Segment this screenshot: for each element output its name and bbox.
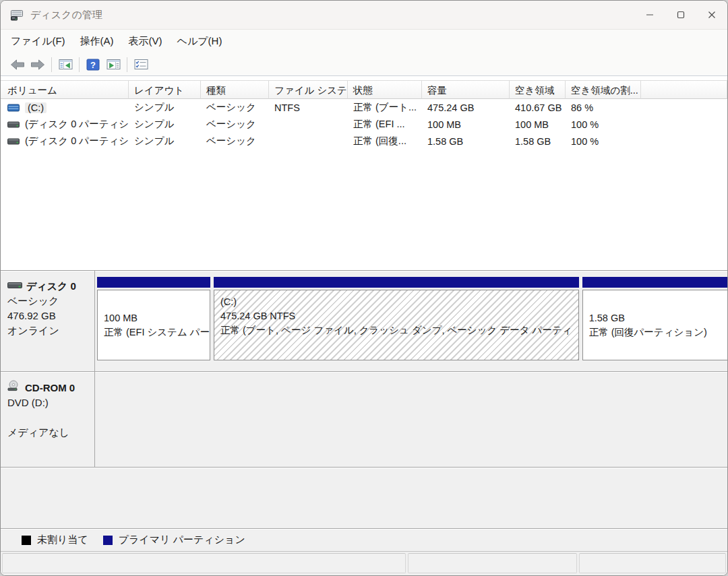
disk-0-name: ディスク 0 — [26, 279, 76, 294]
column-header-free-space[interactable]: 空き領域 — [510, 80, 566, 99]
disk-0-label-panel[interactable]: ディスク 0 ベーシック 476.92 GB オンライン — [1, 271, 95, 371]
disk-management-window: ディスクの管理 ファイル(F) 操作(A) 表示(V) ヘルプ(H) — [0, 0, 728, 576]
volume-row-efi[interactable]: (ディスク 0 パーティシ... シンプル ベーシック 正常 (EFI ... … — [1, 116, 727, 133]
graphical-view-panel: ディスク 0 ベーシック 476.92 GB オンライン 100 MB 正常 (… — [1, 270, 727, 528]
volume-type: ベーシック — [201, 101, 269, 114]
volume-free: 410.67 GB — [510, 102, 566, 113]
volume-layout: シンプル — [129, 135, 201, 148]
volume-type: ベーシック — [201, 118, 269, 131]
cdrom-0-label-panel[interactable]: CD-ROM 0 DVD (D:) メディアなし — [1, 372, 95, 467]
menu-view[interactable]: 表示(V) — [121, 32, 170, 51]
volume-list-panel: ボリューム レイアウト 種類 ファイル システム 状態 容量 空き領域 空き領域… — [1, 76, 727, 270]
partition-c-selected[interactable]: (C:) 475.24 GB NTFS 正常 (ブート, ページ ファイル, ク… — [214, 277, 579, 360]
status-panel — [408, 553, 577, 573]
partition-efi[interactable]: 100 MB 正常 (EFI システム パー — [97, 277, 210, 360]
partition-name: (C:) — [220, 295, 572, 309]
minimize-button[interactable] — [634, 1, 665, 29]
column-header-type[interactable]: 種類 — [201, 80, 269, 99]
graph-panel-empty-area — [1, 468, 727, 528]
legend-unallocated-swatch — [22, 536, 31, 545]
volume-name: (ディスク 0 パーティシ... — [25, 118, 129, 131]
volume-capacity: 1.58 GB — [422, 136, 510, 147]
volume-filesystem: NTFS — [269, 102, 348, 113]
show-console-tree-button[interactable] — [55, 56, 75, 73]
column-header-pct-free[interactable]: 空き領域の割... — [566, 80, 641, 99]
partition-status: 正常 (ブート, ページ ファイル, クラッシュ ダンプ, ベーシック データ … — [220, 323, 572, 338]
partition-status: 正常 (回復パーティション) — [589, 325, 727, 340]
volume-name: (ディスク 0 パーティシ... — [25, 135, 129, 148]
volume-row-recovery[interactable]: (ディスク 0 パーティシ... シンプル ベーシック 正常 (回復... 1.… — [1, 133, 727, 150]
status-panel — [2, 553, 406, 573]
toolbar: ? — [1, 53, 727, 76]
partition-size: 475.24 GB NTFS — [220, 309, 572, 323]
partition-color-strip — [97, 277, 210, 288]
volume-pct-free: 100 % — [566, 136, 641, 147]
volume-layout: シンプル — [129, 118, 201, 131]
toolbar-separator — [51, 57, 52, 72]
volume-hdd-icon-dark — [7, 137, 20, 146]
maximize-button[interactable] — [665, 1, 696, 29]
column-header-capacity[interactable]: 容量 — [422, 80, 510, 99]
svg-text:?: ? — [90, 59, 96, 69]
volume-capacity: 475.24 GB — [422, 102, 510, 113]
partition-size: 1.58 GB — [589, 311, 727, 325]
cdrom-0-name: CD-ROM 0 — [25, 381, 75, 395]
forward-button[interactable] — [28, 56, 48, 73]
back-button[interactable] — [7, 56, 28, 73]
cdrom-0-media: メディアなし — [7, 425, 90, 440]
partition-recovery[interactable]: 1.58 GB 正常 (回復パーティション) — [582, 277, 727, 360]
disk-0-size: 476.92 GB — [7, 309, 90, 323]
legend-primary-swatch — [103, 536, 113, 545]
volume-capacity: 100 MB — [422, 119, 510, 130]
disk-0-status: オンライン — [7, 323, 90, 338]
help-button[interactable]: ? — [83, 56, 103, 73]
partition-status: 正常 (EFI システム パー — [104, 325, 204, 340]
column-header-layout[interactable]: レイアウト — [129, 80, 201, 99]
partition-color-strip — [214, 277, 579, 288]
volume-status: 正常 (EFI ... — [348, 118, 422, 131]
toolbar-separator — [127, 57, 127, 72]
window-title: ディスクの管理 — [30, 9, 102, 22]
volume-layout: シンプル — [129, 101, 201, 114]
cdrom-icon — [7, 380, 21, 395]
disk-0-row: ディスク 0 ベーシック 476.92 GB オンライン 100 MB 正常 (… — [1, 271, 727, 372]
close-button[interactable] — [696, 1, 727, 29]
disk-0-type: ベーシック — [7, 294, 90, 309]
cdrom-0-row: CD-ROM 0 DVD (D:) メディアなし — [1, 372, 727, 468]
volume-pct-free: 100 % — [566, 119, 641, 130]
column-header-filesystem[interactable]: ファイル システム — [269, 80, 348, 99]
disk-icon — [7, 279, 22, 294]
menu-help[interactable]: ヘルプ(H) — [170, 32, 230, 51]
disk-management-app-icon — [10, 9, 24, 21]
status-bar — [1, 551, 727, 575]
volume-free: 100 MB — [510, 119, 566, 130]
legend-primary-label: プライマリ パーティション — [119, 534, 245, 546]
volume-hdd-icon-blue — [7, 104, 20, 112]
column-header-blank — [641, 80, 727, 99]
volume-type: ベーシック — [201, 135, 269, 148]
volume-row-c[interactable]: (C:) シンプル ベーシック NTFS 正常 (ブート... 475.24 G… — [1, 99, 727, 116]
title-bar: ディスクの管理 — [1, 1, 727, 29]
show-action-pane-button[interactable] — [103, 56, 123, 73]
options-button[interactable] — [131, 56, 151, 73]
toolbar-separator — [79, 57, 80, 72]
volume-hdd-icon-dark — [7, 121, 20, 129]
menu-file[interactable]: ファイル(F) — [3, 32, 73, 51]
volume-pct-free: 86 % — [566, 102, 641, 113]
menu-bar: ファイル(F) 操作(A) 表示(V) ヘルプ(H) — [1, 29, 727, 53]
cdrom-0-empty-track — [95, 372, 727, 467]
legend-bar: 未割り当て プライマリ パーティション — [1, 528, 727, 551]
column-header-volume[interactable]: ボリューム — [1, 80, 129, 99]
volume-status: 正常 (ブート... — [348, 101, 422, 114]
partition-color-strip — [582, 277, 727, 288]
disk-0-partitions: 100 MB 正常 (EFI システム パー (C:) 475.24 GB NT… — [95, 271, 727, 371]
column-header-status[interactable]: 状態 — [348, 80, 422, 99]
volume-free: 1.58 GB — [510, 136, 566, 147]
partition-size: 100 MB — [104, 311, 204, 325]
menu-action[interactable]: 操作(A) — [73, 32, 121, 51]
volume-status: 正常 (回復... — [348, 135, 422, 148]
cdrom-0-drive: DVD (D:) — [7, 395, 90, 410]
volume-table-header: ボリューム レイアウト 種類 ファイル システム 状態 容量 空き領域 空き領域… — [1, 80, 727, 99]
status-panel — [579, 553, 726, 573]
volume-name: (C:) — [25, 102, 47, 113]
